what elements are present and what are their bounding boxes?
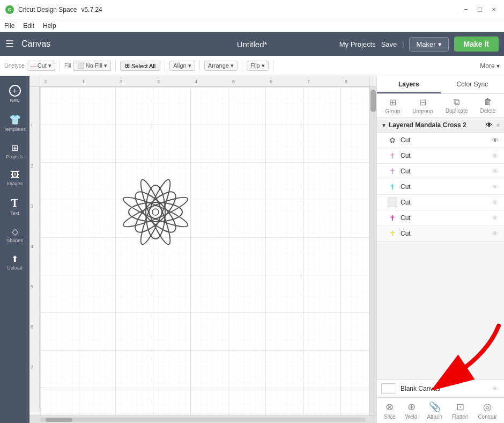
maximize-button[interactable]: □: [475, 5, 485, 14]
shapes-icon: ◇: [12, 227, 18, 237]
hamburger-button[interactable]: ☰: [5, 38, 14, 50]
flatten-action[interactable]: ⊡ Flatten: [452, 401, 469, 420]
group-close-icon[interactable]: ×: [496, 122, 500, 128]
duplicate-action[interactable]: ⧉ Duplicate: [446, 97, 468, 114]
secondary-toolbar: Linetype — Cut ▾ Fill ⬜ No Fill ▾ ⊞ Sele…: [0, 56, 504, 76]
make-it-button[interactable]: Make It: [454, 37, 499, 52]
layer-3-eye-icon[interactable]: 👁: [490, 166, 500, 176]
attach-icon: 📎: [429, 401, 441, 413]
layer-1-eye-icon[interactable]: 👁: [490, 135, 500, 145]
panel-tabs: Layers Color Sync: [377, 76, 504, 94]
fill-group: Fill ⬜ No Fill ▾: [64, 61, 116, 71]
duplicate-icon: ⧉: [454, 97, 459, 107]
layer-item-3[interactable]: ✝ Cut 👁: [377, 164, 504, 179]
align-button[interactable]: Align ▾: [169, 61, 195, 71]
sidebar-item-projects[interactable]: ⊞ Projects: [0, 138, 29, 164]
title-bar-controls: − □ ×: [461, 5, 499, 14]
right-panel: Layers Color Sync ⊞ Group ⊟ Ungroup ⧉ Du…: [376, 76, 504, 423]
minimize-button[interactable]: −: [461, 5, 471, 14]
layer-7-icon: ✝: [388, 229, 397, 238]
layer-6-eye-icon[interactable]: 👁: [490, 213, 500, 223]
layer-item-4[interactable]: ✝ Cut 👁: [377, 179, 504, 195]
scroll-track: [40, 418, 366, 422]
linetype-group: Linetype — Cut ▾: [4, 61, 60, 71]
layer-6-name: Cut: [401, 214, 487, 222]
sidebar-item-new[interactable]: + New: [0, 81, 29, 107]
contour-icon: ◎: [483, 401, 492, 413]
maker-chevron-icon: ▾: [438, 40, 442, 48]
layer-4-icon: ✝: [388, 182, 397, 192]
layer-group-header[interactable]: ▼ Layered Mandala Cross 2 👁 ×: [377, 118, 504, 133]
group-label: Group: [386, 108, 401, 114]
sidebar-item-upload[interactable]: ⬆ Upload: [0, 250, 29, 275]
layer-5-name: Cut: [401, 199, 487, 206]
tab-layers[interactable]: Layers: [377, 76, 441, 93]
templates-icon: 👕: [9, 114, 21, 126]
menu-edit[interactable]: Edit: [23, 22, 34, 30]
ruler-top-svg: 0 1 2 3 4 5 6 7 8: [40, 76, 369, 87]
layer-item-7[interactable]: ✝ Cut 👁: [377, 226, 504, 242]
flip-button[interactable]: Flip ▾: [247, 61, 269, 71]
layer-7-eye-icon[interactable]: 👁: [490, 229, 500, 238]
blank-canvas-row[interactable]: Blank Canvas 👁: [377, 380, 504, 397]
svg-text:3: 3: [31, 203, 33, 209]
my-projects-button[interactable]: My Projects: [339, 40, 376, 48]
layer-3-name: Cut: [401, 167, 487, 175]
title-bar: C Cricut Design Space v5.7.24 − □ ×: [0, 0, 504, 19]
select-all-button[interactable]: ⊞ Select All: [120, 61, 160, 71]
save-button[interactable]: Save: [381, 40, 397, 48]
more-button[interactable]: More ▾: [480, 62, 500, 70]
linetype-button[interactable]: — Cut ▾: [27, 61, 55, 71]
layer-item-2[interactable]: ✝ Cut 👁: [377, 148, 504, 164]
layer-2-eye-icon[interactable]: 👁: [490, 151, 500, 161]
attach-action[interactable]: 📎 Attach: [427, 401, 442, 420]
scrollbar-right-thumb[interactable]: [370, 90, 376, 112]
tab-color-sync[interactable]: Color Sync: [441, 76, 505, 93]
sidebar-label-projects: Projects: [6, 154, 24, 159]
slice-label: Slice: [384, 414, 396, 420]
ruler-top: 0 1 2 3 4 5 6 7 8: [40, 76, 369, 87]
sidebar-item-images[interactable]: 🖼 Images: [0, 166, 29, 191]
slice-action[interactable]: ⊗ Slice: [384, 401, 396, 420]
sidebar-item-text[interactable]: T Text: [0, 193, 29, 220]
canvas-area: 0 1 2 3 4 5 6 7 8 1 2: [29, 76, 376, 423]
weld-icon: ⊕: [407, 401, 416, 413]
scrollbar-right[interactable]: [369, 87, 376, 415]
weld-action[interactable]: ⊕ Weld: [405, 401, 418, 420]
svg-text:8: 8: [345, 79, 347, 84]
contour-action[interactable]: ◎ Contour: [478, 401, 497, 420]
layer-item-6[interactable]: ✝ Cut 👁: [377, 210, 504, 226]
layer-item-5[interactable]: Cut 👁: [377, 195, 504, 210]
main-content: + New 👕 Templates ⊞ Projects 🖼 Images T …: [0, 76, 504, 423]
new-icon: +: [9, 85, 21, 97]
scrollbar-bottom[interactable]: [29, 415, 376, 423]
menu-file[interactable]: File: [4, 22, 14, 30]
canvas-grid[interactable]: [40, 87, 369, 415]
close-button[interactable]: ×: [489, 5, 499, 14]
flatten-icon: ⊡: [456, 401, 464, 413]
layer-4-eye-icon[interactable]: 👁: [490, 182, 500, 192]
svg-text:2: 2: [31, 163, 33, 169]
sidebar-item-templates[interactable]: 👕 Templates: [0, 110, 29, 136]
group-eye-icon[interactable]: 👁: [486, 121, 492, 129]
maker-button[interactable]: Maker ▾: [409, 37, 448, 52]
delete-action[interactable]: 🗑 Delete: [480, 97, 496, 114]
arrange-button[interactable]: Arrange ▾: [204, 61, 238, 71]
sidebar-label-templates: Templates: [4, 127, 26, 132]
scrollbar-top-corner: [369, 76, 376, 87]
blank-canvas-eye-icon[interactable]: 👁: [490, 384, 500, 393]
weld-label: Weld: [405, 414, 418, 420]
layer-3-icon: ✝: [388, 166, 397, 176]
ungroup-action[interactable]: ⊟ Ungroup: [412, 97, 433, 114]
group-action[interactable]: ⊞ Group: [386, 97, 401, 114]
layer-item-1[interactable]: ✿ Cut 👁: [377, 133, 504, 148]
menu-help[interactable]: Help: [43, 22, 56, 30]
scroll-thumb[interactable]: [46, 418, 72, 422]
svg-text:6: 6: [31, 324, 33, 330]
fill-button[interactable]: ⬜ No Fill ▾: [73, 61, 111, 71]
layer-5-eye-icon[interactable]: 👁: [490, 198, 500, 207]
svg-text:1: 1: [82, 79, 85, 84]
blank-canvas-label: Blank Canvas: [401, 385, 486, 392]
collapse-arrow-icon[interactable]: ▼: [381, 122, 387, 128]
sidebar-item-shapes[interactable]: ◇ Shapes: [0, 222, 29, 247]
